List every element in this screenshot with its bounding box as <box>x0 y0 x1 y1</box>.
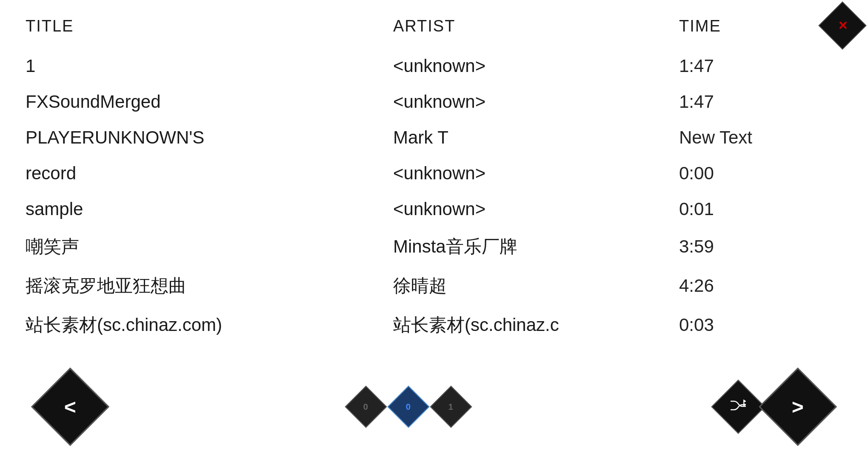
table-row[interactable]: 站长素材(sc.chinaz.com)站长素材(sc.chinaz.c0:03 <box>26 305 842 345</box>
col-header-time: TIME <box>679 17 842 48</box>
track-artist: <unknown> <box>393 191 679 227</box>
next-button[interactable]: > <box>759 368 837 446</box>
track-artist: Mark T <box>393 120 679 155</box>
track-table: TITLE ARTIST TIME 1<unknown>1:47FXSoundM… <box>26 17 842 345</box>
track-title: PLAYERUNKNOWN'S <box>26 120 393 155</box>
track-title: record <box>26 155 393 191</box>
track-time: 0:01 <box>679 191 842 227</box>
track-time: 1:47 <box>679 48 842 84</box>
page-dot-2-label: 1 <box>448 402 453 412</box>
bottom-bar: < 0 0 1 > <box>0 379 868 434</box>
table-row[interactable]: FXSoundMerged<unknown>1:47 <box>26 84 842 120</box>
page-dot-1[interactable]: 0 <box>388 386 430 428</box>
bottom-right: > <box>719 379 825 434</box>
track-title: sample <box>26 191 393 227</box>
track-time: 0:03 <box>679 305 842 345</box>
track-time: 0:00 <box>679 155 842 191</box>
table-row[interactable]: record<unknown>0:00 <box>26 155 842 191</box>
track-title: FXSoundMerged <box>26 84 393 120</box>
shuffle-button[interactable] <box>711 380 765 434</box>
close-icon: ✕ <box>838 19 848 33</box>
track-artist: <unknown> <box>393 155 679 191</box>
page-dot-2[interactable]: 1 <box>430 386 472 428</box>
page-dot-1-label: 0 <box>406 402 411 412</box>
track-time: New Text <box>679 120 842 155</box>
page-dot-0[interactable]: 0 <box>345 386 387 428</box>
track-title: 站长素材(sc.chinaz.com) <box>26 305 393 345</box>
track-time: 4:26 <box>679 266 842 305</box>
track-title: 嘲笑声 <box>26 227 393 266</box>
track-title: 摇滚克罗地亚狂想曲 <box>26 266 393 305</box>
next-icon: > <box>792 395 804 419</box>
shuffle-icon <box>731 400 746 414</box>
table-row[interactable]: 嘲笑声Minsta音乐厂牌3:59 <box>26 227 842 266</box>
track-time: 1:47 <box>679 84 842 120</box>
prev-button[interactable]: < <box>31 368 109 446</box>
main-content: TITLE ARTIST TIME 1<unknown>1:47FXSoundM… <box>0 0 868 345</box>
col-header-artist: ARTIST <box>393 17 679 48</box>
table-row[interactable]: 摇滚克罗地亚狂想曲徐晴超4:26 <box>26 266 842 305</box>
track-artist: Minsta音乐厂牌 <box>393 227 679 266</box>
track-artist: <unknown> <box>393 84 679 120</box>
page-dot-0-label: 0 <box>363 402 368 412</box>
bottom-left: < <box>43 379 98 434</box>
track-artist: <unknown> <box>393 48 679 84</box>
table-row[interactable]: 1<unknown>1:47 <box>26 48 842 84</box>
track-title: 1 <box>26 48 393 84</box>
bottom-center: 0 0 1 <box>351 392 466 422</box>
col-header-title: TITLE <box>26 17 393 48</box>
track-time: 3:59 <box>679 227 842 266</box>
prev-icon: < <box>64 395 76 419</box>
table-row[interactable]: PLAYERUNKNOWN'SMark TNew Text <box>26 120 842 155</box>
table-row[interactable]: sample<unknown>0:01 <box>26 191 842 227</box>
track-artist: 徐晴超 <box>393 266 679 305</box>
track-artist: 站长素材(sc.chinaz.c <box>393 305 679 345</box>
